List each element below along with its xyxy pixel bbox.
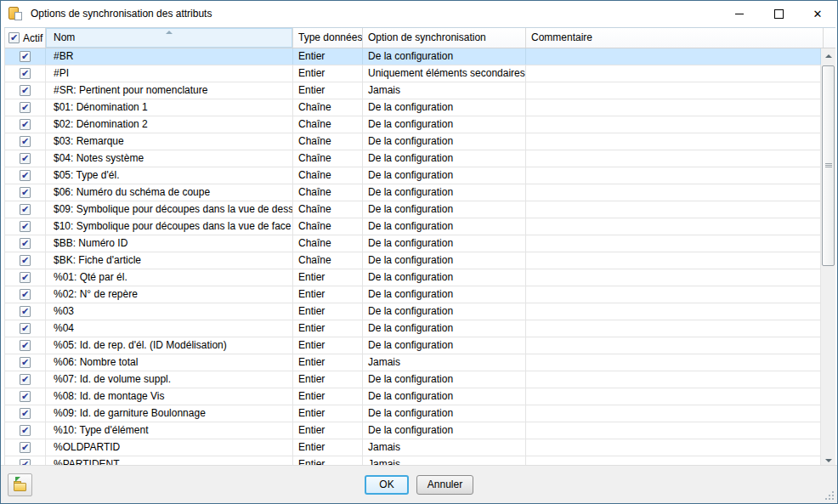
row-checkbox[interactable]: ✔: [20, 272, 31, 283]
attribute-type-cell: Chaîne: [293, 167, 363, 184]
comment-cell: [526, 218, 821, 235]
table-row[interactable]: ✔ #BR Entier De la configuration: [5, 48, 821, 65]
row-checkbox[interactable]: ✔: [20, 323, 31, 334]
row-checkbox[interactable]: ✔: [20, 136, 31, 147]
attribute-type-cell: Chaîne: [293, 252, 363, 269]
row-checkbox[interactable]: ✔: [20, 425, 31, 436]
row-checkbox[interactable]: ✔: [20, 374, 31, 385]
table-row[interactable]: ✔ %07: Id. de volume suppl. Entier De la…: [5, 371, 821, 388]
row-checkbox[interactable]: ✔: [20, 357, 31, 368]
column-header-sync[interactable]: Option de synchronisation: [363, 28, 526, 48]
attribute-type-cell: Entier: [293, 422, 363, 439]
row-checkbox[interactable]: ✔: [20, 408, 31, 419]
table-row[interactable]: ✔ %OLDPARTID Entier Jamais: [5, 439, 821, 456]
attribute-name-cell: #SR: Pertinent pour nomenclature: [46, 82, 293, 99]
sort-ascending-icon: [166, 31, 173, 34]
attribute-type-cell: Entier: [293, 371, 363, 388]
ok-button[interactable]: OK: [365, 475, 409, 495]
table-row[interactable]: ✔ $05: Type d'él. Chaîne De la configura…: [5, 167, 821, 184]
row-checkbox[interactable]: ✔: [20, 238, 31, 249]
scroll-up-button[interactable]: [821, 48, 835, 63]
row-checkbox[interactable]: ✔: [20, 442, 31, 453]
row-checkbox[interactable]: ✔: [20, 102, 31, 113]
maximize-icon: [774, 9, 784, 19]
row-checkbox[interactable]: ✔: [20, 170, 31, 181]
attribute-name-cell: %07: Id. de volume suppl.: [46, 371, 293, 388]
check-icon: ✔: [21, 409, 29, 418]
attribute-type-cell: Chaîne: [293, 235, 363, 252]
comment-cell: [526, 184, 821, 201]
select-all-checkbox[interactable]: ✔: [8, 32, 20, 43]
attribute-name-cell: $BK: Fiche d'article: [46, 252, 293, 269]
table-row[interactable]: ✔ $09: Symbolique pour découpes dans la …: [5, 201, 821, 218]
minimize-button[interactable]: [720, 1, 759, 26]
table-row[interactable]: ✔ $10: Symbolique pour découpes dans la …: [5, 218, 821, 235]
row-checkbox[interactable]: ✔: [20, 255, 31, 266]
column-header-type[interactable]: Type données: [293, 28, 363, 48]
table-row[interactable]: ✔ %04 Entier De la configuration: [5, 320, 821, 337]
row-checkbox[interactable]: ✔: [20, 153, 31, 164]
table-row[interactable]: ✔ $06: Numéro du schéma de coupe Chaîne …: [5, 184, 821, 201]
scrollbar-thumb[interactable]: [822, 65, 835, 266]
row-checkbox[interactable]: ✔: [20, 340, 31, 351]
row-checkbox[interactable]: ✔: [20, 306, 31, 317]
row-checkbox[interactable]: ✔: [20, 221, 31, 232]
row-checkbox[interactable]: ✔: [20, 68, 31, 79]
table-row[interactable]: ✔ #PI Entier Uniquement éléments seconda…: [5, 65, 821, 82]
column-header-comment[interactable]: Commentaire: [526, 28, 824, 48]
row-checkbox-cell: ✔: [5, 303, 46, 320]
attribute-type-cell: Chaîne: [293, 116, 363, 133]
column-header-nom-label: Nom: [54, 31, 75, 43]
comment-cell: [526, 320, 821, 337]
table-row[interactable]: ✔ %10: Type d'élément Entier De la confi…: [5, 422, 821, 439]
maximize-button[interactable]: [759, 1, 798, 26]
table-row[interactable]: ✔ %03 Entier De la configuration: [5, 303, 821, 320]
check-icon: ✔: [21, 341, 29, 350]
attribute-name-cell: %01: Qté par él.: [46, 269, 293, 286]
row-checkbox[interactable]: ✔: [20, 204, 31, 215]
row-checkbox-cell: ✔: [5, 422, 46, 439]
attribute-type-cell: Entier: [293, 320, 363, 337]
row-checkbox-cell: ✔: [5, 388, 46, 405]
table-row[interactable]: ✔ $04: Notes système Chaîne De la config…: [5, 150, 821, 167]
row-checkbox[interactable]: ✔: [20, 289, 31, 300]
import-config-button[interactable]: [8, 473, 32, 496]
table-row[interactable]: ✔ $03: Remarque Chaîne De la configurati…: [5, 133, 821, 150]
sync-option-cell: De la configuration: [363, 252, 526, 269]
attribute-name-cell: %03: [46, 303, 293, 320]
column-header-actif[interactable]: ✔ Actif: [5, 28, 46, 48]
sync-option-cell: De la configuration: [363, 303, 526, 320]
row-checkbox[interactable]: ✔: [20, 85, 31, 96]
table-row[interactable]: ✔ %09: Id. de garniture Boulonnage Entie…: [5, 405, 821, 422]
row-checkbox[interactable]: ✔: [20, 391, 31, 402]
check-icon: ✔: [21, 392, 29, 401]
table-row[interactable]: ✔ $02: Dénomination 2 Chaîne De la confi…: [5, 116, 821, 133]
vertical-scrollbar[interactable]: [821, 48, 835, 467]
attribute-type-cell: Entier: [293, 303, 363, 320]
table-row[interactable]: ✔ %06: Nombre total Entier Jamais: [5, 354, 821, 371]
sync-option-cell: De la configuration: [363, 286, 526, 303]
attribute-type-cell: Chaîne: [293, 99, 363, 116]
table-row[interactable]: ✔ $BB: Numéro ID Chaîne De la configurat…: [5, 235, 821, 252]
close-button[interactable]: ✕: [798, 1, 837, 26]
row-checkbox[interactable]: ✔: [20, 51, 31, 62]
table-row[interactable]: ✔ %01: Qté par él. Entier De la configur…: [5, 269, 821, 286]
row-checkbox[interactable]: ✔: [20, 187, 31, 198]
attribute-name-cell: $02: Dénomination 2: [46, 116, 293, 133]
sync-option-cell: De la configuration: [363, 405, 526, 422]
check-icon: ✔: [21, 86, 29, 95]
table-row[interactable]: ✔ $BK: Fiche d'article Chaîne De la conf…: [5, 252, 821, 269]
column-header-nom[interactable]: Nom: [46, 28, 293, 48]
resize-grip[interactable]: [824, 490, 835, 501]
cancel-button[interactable]: Annuler: [416, 475, 473, 495]
row-checkbox[interactable]: ✔: [20, 119, 31, 130]
check-icon: ✔: [21, 103, 29, 112]
check-icon: ✔: [21, 137, 29, 146]
table-row[interactable]: ✔ #SR: Pertinent pour nomenclature Entie…: [5, 82, 821, 99]
table-row[interactable]: ✔ %08: Id. de montage Vis Entier De la c…: [5, 388, 821, 405]
table-row[interactable]: ✔ $01: Dénomination 1 Chaîne De la confi…: [5, 99, 821, 116]
table-row[interactable]: ✔ %02: N° de repère Entier De la configu…: [5, 286, 821, 303]
table-header: ✔ Actif Nom Type données Option de synch…: [4, 28, 835, 48]
table-row[interactable]: ✔ %05: Id. de rep. d'él. (ID Modélisatio…: [5, 337, 821, 354]
check-icon: ✔: [10, 33, 18, 42]
